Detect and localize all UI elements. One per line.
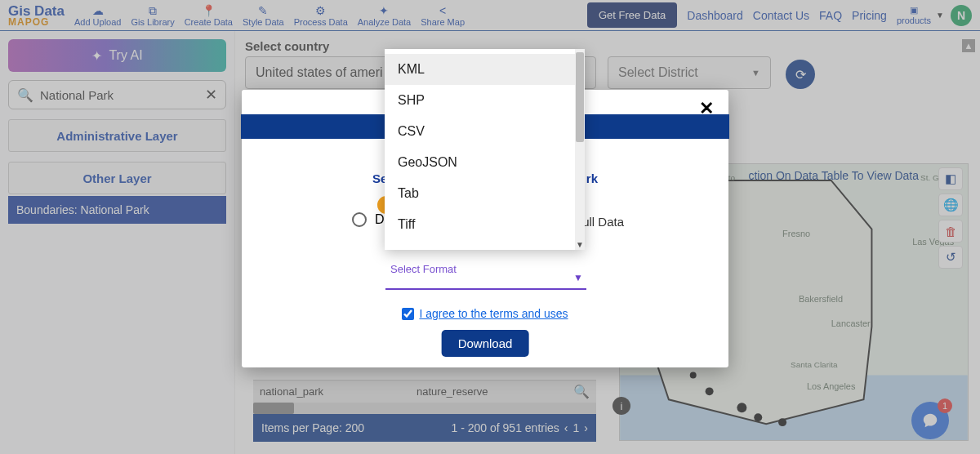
download-button[interactable]: Download — [442, 330, 529, 357]
format-option-shp[interactable]: SHP — [385, 85, 575, 116]
radio-label-fragment: D — [375, 212, 385, 227]
terms-link[interactable]: I agree to the terms and uses — [419, 307, 568, 320]
format-option-geojson[interactable]: GeoJSON — [385, 147, 575, 178]
close-modal-button[interactable]: ✕ — [699, 98, 714, 119]
chevron-down-icon: ▼ — [573, 272, 583, 283]
format-option-kml[interactable]: KML — [385, 54, 575, 85]
dropdown-scrollbar[interactable]: ▼ — [575, 49, 585, 250]
format-select[interactable]: Select Format ▼ — [385, 249, 586, 290]
format-option-tiff[interactable]: Tiff — [385, 209, 575, 240]
format-select-label: Select Format — [390, 263, 581, 275]
format-option-csv[interactable]: CSV — [385, 116, 575, 147]
scroll-down-arrow[interactable]: ▼ — [576, 240, 584, 248]
terms-checkbox[interactable] — [402, 308, 414, 320]
format-dropdown: KML SHP CSV GeoJSON Tab Tiff ▼ — [385, 49, 585, 250]
download-option-radio[interactable] — [352, 212, 367, 227]
modal-title-right: rk — [586, 171, 598, 185]
format-option-tab[interactable]: Tab — [385, 178, 575, 209]
scrollbar-thumb[interactable] — [576, 52, 584, 142]
